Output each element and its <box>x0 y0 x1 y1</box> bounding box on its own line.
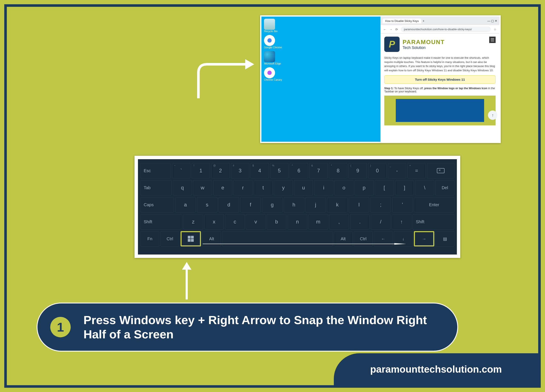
key-1[interactable]: 1! <box>192 163 210 178</box>
recycle-bin-icon <box>264 19 275 30</box>
key-t[interactable]: t <box>254 180 273 195</box>
site-logo: P PARAMOUNT Tech Solution <box>384 37 495 52</box>
key-▤[interactable]: ▤ <box>436 231 454 246</box>
key-esc[interactable]: Esc <box>141 163 171 178</box>
google-chrome-icon <box>264 35 275 46</box>
key--[interactable]: -_ <box>388 163 406 178</box>
key-\[interactable]: \ <box>415 180 434 195</box>
windows-key[interactable] <box>180 231 201 246</box>
instruction-text: Press Windows key + Right Arrow to Snap … <box>83 313 445 341</box>
key-,[interactable]: , <box>329 214 349 229</box>
icon-label: Google Chrome <box>264 46 380 49</box>
key-4[interactable]: 4$ <box>251 163 269 178</box>
key-`[interactable]: `~ <box>172 163 190 178</box>
browser-tab[interactable]: How to Disable Sticky Keys <box>383 18 421 23</box>
infographic-frame: Recycle Bin Google Chrome Microsoft Edge… <box>4 4 541 388</box>
key-c[interactable]: c <box>225 214 245 229</box>
key-;[interactable]: ; <box>371 197 391 212</box>
key-y[interactable]: y <box>274 180 293 195</box>
key-/[interactable]: / <box>371 214 390 229</box>
chrome-canary-icon <box>264 67 275 78</box>
microsoft-edge-icon <box>264 51 275 62</box>
key-z[interactable]: z <box>184 214 203 229</box>
key-l[interactable]: l <box>349 197 369 212</box>
key-a[interactable]: a <box>175 197 196 212</box>
key-7[interactable]: 7& <box>309 163 328 178</box>
key-del[interactable]: Del <box>435 180 454 195</box>
new-tab-icon[interactable]: + <box>423 19 424 23</box>
key-9[interactable]: 9( <box>348 163 367 178</box>
key-5[interactable]: 5% <box>270 163 288 178</box>
icon-label: Chrome Canary <box>264 78 380 81</box>
backspace-key[interactable] <box>427 163 454 178</box>
footer-url: paramounttechsolution.com <box>370 363 502 375</box>
key-r[interactable]: r <box>234 180 253 195</box>
step-number-badge: 1 <box>50 317 71 337</box>
forward-icon[interactable]: → <box>389 28 392 31</box>
instruction-banner: 1 Press Windows key + Right Arrow to Sna… <box>37 303 458 352</box>
embedded-screenshot: ↑ <box>384 96 495 125</box>
right-arrow-key[interactable]: → <box>414 231 434 246</box>
key-6[interactable]: 6^ <box>290 163 308 178</box>
key-↑[interactable]: ↑ <box>392 214 411 229</box>
key-m[interactable]: m <box>309 214 328 229</box>
key-[[interactable]: [ <box>375 180 394 195</box>
split-screen-screenshot: Recycle Bin Google Chrome Microsoft Edge… <box>260 15 501 143</box>
key-'[interactable]: ' <box>392 197 413 212</box>
key-3[interactable]: 3# <box>231 163 249 178</box>
key-b[interactable]: b <box>267 214 286 229</box>
key-][interactable]: ] <box>395 180 414 195</box>
icon-label: Microsoft Edge <box>264 62 380 65</box>
article-intro: Sticky Keys on laptop keyboard make it e… <box>384 56 495 72</box>
window-controls[interactable]: — ▢ ✕ <box>487 19 497 23</box>
logo-text-2: Tech Solution <box>403 46 445 50</box>
key-k[interactable]: k <box>327 197 347 212</box>
key-caps[interactable]: Caps <box>141 197 174 212</box>
key-f[interactable]: f <box>240 197 261 212</box>
on-screen-keyboard: Esc`~1!2@3#4$5%6^7&8*9(0)-_=+ Tabqwertyu… <box>135 156 460 258</box>
logo-text-1: PARAMOUNT <box>403 39 445 46</box>
footer-ribbon: paramounttechsolution.com <box>334 353 538 385</box>
key-i[interactable]: i <box>314 180 333 195</box>
key-enter[interactable]: Enter <box>414 197 454 212</box>
key-s[interactable]: s <box>197 197 217 212</box>
key-d[interactable]: d <box>219 197 239 212</box>
reload-icon[interactable]: ⟳ <box>395 28 398 31</box>
article-callout: Turn off Sticky Keys Windows 11 <box>384 75 495 84</box>
key-0[interactable]: 0) <box>368 163 386 178</box>
key-ctrl[interactable]: Ctrl <box>161 231 179 246</box>
key-o[interactable]: o <box>334 180 353 195</box>
windows-desktop: Recycle Bin Google Chrome Microsoft Edge… <box>261 17 380 142</box>
icon-label: Recycle Bin <box>264 30 380 33</box>
arrow-up-icon <box>180 261 193 300</box>
arrow-right-icon <box>203 243 407 245</box>
key-g[interactable]: g <box>262 197 283 212</box>
key-q[interactable]: q <box>173 180 192 195</box>
back-icon[interactable]: ← <box>384 28 386 31</box>
key-w[interactable]: w <box>193 180 212 195</box>
key-.[interactable]: . <box>350 214 370 229</box>
key-shift[interactable]: Shift <box>141 214 182 229</box>
browser-tab-bar: How to Disable Sticky Keys + — ▢ ✕ <box>380 17 499 25</box>
key-j[interactable]: j <box>305 197 326 212</box>
key-u[interactable]: u <box>294 180 313 195</box>
hamburger-menu-icon[interactable] <box>489 37 495 43</box>
url-input[interactable]: paramounttechsolution.com/how-to-disable… <box>401 26 491 32</box>
key-p[interactable]: p <box>355 180 374 195</box>
key-shift[interactable]: Shift <box>413 214 454 229</box>
key-h[interactable]: h <box>284 197 304 212</box>
key-x[interactable]: x <box>204 214 224 229</box>
key-=[interactable]: =+ <box>408 163 426 178</box>
key-e[interactable]: e <box>213 180 232 195</box>
bookmark-icon[interactable]: ☆ <box>494 28 496 31</box>
scroll-top-icon[interactable]: ↑ <box>488 110 497 120</box>
web-page-content: P PARAMOUNT Tech Solution Sticky Keys on… <box>380 34 499 142</box>
key-2[interactable]: 2@ <box>211 163 229 178</box>
key-fn[interactable]: Fn <box>141 231 159 246</box>
key-tab[interactable]: Tab <box>141 180 172 195</box>
browser-address-bar: ← → ⟳ paramounttechsolution.com/how-to-d… <box>380 25 499 34</box>
article-step: Step 1: To have Sticky Keys off, press t… <box>384 87 495 93</box>
key-n[interactable]: n <box>288 214 307 229</box>
key-v[interactable]: v <box>246 214 266 229</box>
key-8[interactable]: 8* <box>329 163 347 178</box>
